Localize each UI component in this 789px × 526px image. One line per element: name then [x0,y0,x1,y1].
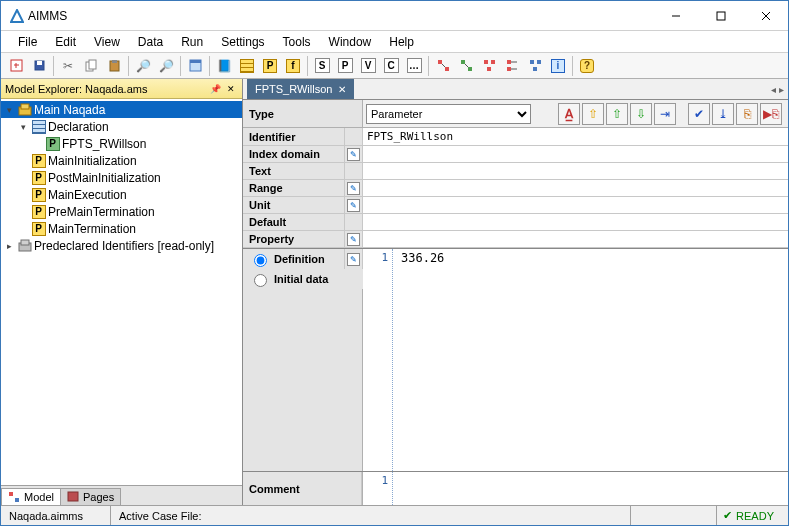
diag5-button[interactable] [524,55,546,77]
svg-rect-17 [445,67,449,71]
copy-button[interactable] [80,55,102,77]
left-tab-model[interactable]: Model [1,488,61,505]
tab-close-button[interactable]: ✕ [338,84,346,95]
pane-close-button[interactable]: ✕ [224,82,238,96]
page-manager-button[interactable] [184,55,206,77]
new-button[interactable] [5,55,27,77]
type-select[interactable]: Parameter [366,104,531,124]
more-button[interactable]: … [403,55,425,77]
diag2-button[interactable] [455,55,477,77]
menu-data[interactable]: Data [129,33,172,51]
minimize-button[interactable] [653,1,698,30]
find-button[interactable]: 🔎 [132,55,154,77]
app-icon [9,8,24,23]
help-button[interactable]: ? [576,55,598,77]
find-next-button[interactable]: 🔎 [155,55,177,77]
tree-declaration[interactable]: ▾ Declaration [1,118,242,135]
declaration-button[interactable] [236,55,258,77]
tree-root[interactable]: ▾ Main Naqada [1,101,242,118]
export-button[interactable]: ⎘ [736,103,758,125]
diag4-button[interactable] [501,55,523,77]
wizard-button[interactable]: ✎ [347,148,360,161]
procedure-icon: P [31,187,46,202]
up-button[interactable]: ⇧ [582,103,604,125]
index-domain-field[interactable] [363,146,788,163]
tree-proc[interactable]: P PostMainInitialization [1,169,242,186]
definition-radio[interactable] [254,254,267,267]
maximize-button[interactable] [698,1,743,30]
menu-tools[interactable]: Tools [274,33,320,51]
info-button[interactable]: i [547,55,569,77]
property-label: Property [243,231,345,248]
property-field[interactable] [363,231,788,248]
menu-settings[interactable]: Settings [212,33,273,51]
parameter-button[interactable]: P [259,55,281,77]
definition-editor[interactable]: 1 336.26 [363,249,788,471]
s-button[interactable]: S [311,55,333,77]
accept-button[interactable]: ⤓ [712,103,734,125]
expand-icon[interactable]: ▾ [17,121,29,133]
tree-proc[interactable]: P MainInitialization [1,152,242,169]
model-explorer-header: Model Explorer: Naqada.ams 📌 ✕ [1,79,242,99]
tree-parameter-item[interactable]: P FPTS_RWillson [1,135,242,152]
c-button[interactable]: C [380,55,402,77]
wizard-button[interactable]: ✎ [347,182,360,195]
status-bar: Naqada.aimms Active Case File: ✔ READY [1,505,788,525]
menu-file[interactable]: File [9,33,46,51]
tree-proc[interactable]: P PreMainTermination [1,203,242,220]
diag3-button[interactable] [478,55,500,77]
comment-editor[interactable]: 1 [363,472,788,505]
procedure-button[interactable]: f [282,55,304,77]
tree-proc[interactable]: P MainTermination [1,220,242,237]
svg-rect-2 [717,12,725,20]
cut-button[interactable]: ✂ [57,55,79,77]
wizard-button[interactable]: ✎ [347,233,360,246]
range-field[interactable] [363,180,788,197]
save-all-button[interactable] [28,55,50,77]
svg-rect-11 [89,60,96,69]
v-button[interactable]: V [357,55,379,77]
pin-button[interactable]: 📌 [208,82,222,96]
indent-button[interactable]: ⇥ [654,103,676,125]
check-button[interactable]: ✔ [688,103,710,125]
menu-window[interactable]: Window [320,33,381,51]
initial-data-radio[interactable] [254,274,267,287]
expand-icon[interactable]: ▸ [3,240,15,252]
rename-button[interactable]: A̲ [558,103,580,125]
diag1-button[interactable] [432,55,454,77]
svg-rect-24 [487,67,491,71]
svg-rect-37 [15,498,19,502]
paste-button[interactable] [103,55,125,77]
wizard-button[interactable]: ✎ [347,253,360,266]
model-tree[interactable]: ▾ Main Naqada ▾ Declaration P FPTS_RWill… [1,99,242,485]
library-button[interactable]: 📘 [213,55,235,77]
comment-code[interactable] [393,472,788,505]
close-button[interactable] [743,1,788,30]
definition-code[interactable]: 336.26 [393,249,788,471]
default-field[interactable] [363,214,788,231]
svg-rect-20 [468,67,472,71]
menu-view[interactable]: View [85,33,129,51]
editor-pane: FPTS_RWillson ✕ ◂ ▸ Type Parameter A̲ [243,79,788,505]
up2-button[interactable]: ⇧ [606,103,628,125]
unit-field[interactable] [363,197,788,214]
svg-line-18 [442,64,445,67]
comment-area: Comment 1 [243,471,788,505]
run-button[interactable]: ▶⎘ [760,103,782,125]
menu-edit[interactable]: Edit [46,33,85,51]
down-button[interactable]: ⇩ [630,103,652,125]
tab-nav[interactable]: ◂ ▸ [771,84,784,95]
svg-rect-23 [491,60,495,64]
text-field[interactable] [363,163,788,180]
identifier-field[interactable]: FPTS_RWillson [363,128,788,146]
expand-icon[interactable]: ▾ [3,104,15,116]
editor-tab[interactable]: FPTS_RWillson ✕ [247,79,354,99]
left-tab-pages[interactable]: Pages [60,488,121,505]
tree-proc[interactable]: P MainExecution [1,186,242,203]
menu-help[interactable]: Help [380,33,423,51]
wizard-button[interactable]: ✎ [347,199,360,212]
editor-tabbar: FPTS_RWillson ✕ ◂ ▸ [243,79,788,100]
menu-run[interactable]: Run [172,33,212,51]
p-button[interactable]: P [334,55,356,77]
tree-predeclared[interactable]: ▸ Predeclared Identifiers [read-only] [1,237,242,254]
